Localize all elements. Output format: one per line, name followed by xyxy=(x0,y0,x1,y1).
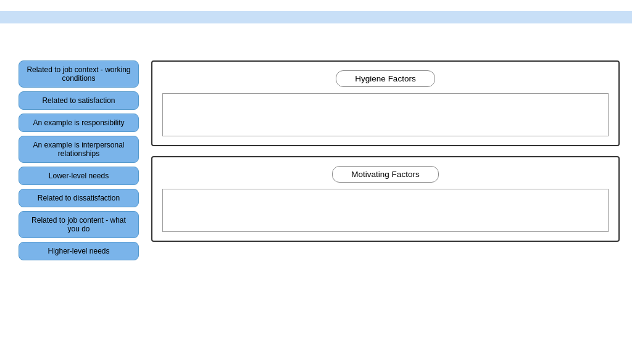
intro-box xyxy=(0,11,632,23)
drag-item-2[interactable]: An example is responsibility xyxy=(19,114,139,132)
drag-item-6[interactable]: Related to job content - what you do xyxy=(19,211,139,238)
drag-item-4[interactable]: Lower-level needs xyxy=(19,167,139,185)
main-content: Related to job context - working conditi… xyxy=(0,48,632,273)
drag-item-5[interactable]: Related to dissatisfaction xyxy=(19,189,139,207)
drop-zone-container-1: Motivating Factors xyxy=(151,156,620,242)
drop-zone-container-0: Hygiene Factors xyxy=(151,60,620,146)
drop-zone-area-1[interactable] xyxy=(162,189,609,232)
drop-zone-label-wrapper-0: Hygiene Factors xyxy=(162,70,609,87)
drag-item-7[interactable]: Higher-level needs xyxy=(19,242,139,260)
drag-item-0[interactable]: Related to job context - working conditi… xyxy=(19,60,139,88)
drop-zone-label-1: Motivating Factors xyxy=(332,166,438,183)
page-header xyxy=(0,0,632,11)
drag-item-1[interactable]: Related to satisfaction xyxy=(19,91,139,110)
drag-items-panel: Related to job context - working conditi… xyxy=(19,60,139,260)
drag-item-3[interactable]: An example is interpersonal relationship… xyxy=(19,136,139,163)
drop-zone-label-wrapper-1: Motivating Factors xyxy=(162,166,609,183)
drop-zones-panel: Hygiene FactorsMotivating Factors xyxy=(151,60,620,242)
instruction-text xyxy=(0,23,632,48)
drop-zone-label-0: Hygiene Factors xyxy=(336,70,434,87)
drop-zone-area-0[interactable] xyxy=(162,93,609,136)
